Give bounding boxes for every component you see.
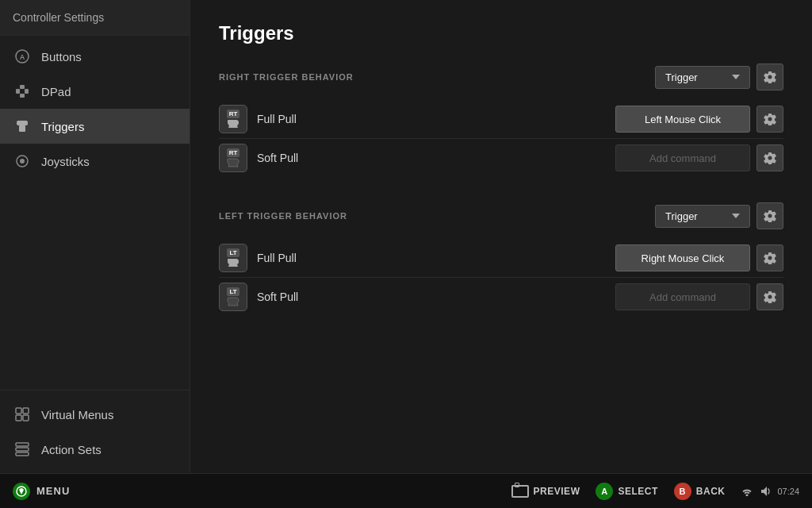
svg-rect-12 xyxy=(16,415,21,421)
rt-full-pull-badge: RT xyxy=(219,105,247,133)
lt-full-pull-row: LT Full Pull Right Mouse Click xyxy=(219,239,783,278)
rt-soft-pull-command-label: Add command xyxy=(649,152,716,164)
lt-soft-pull-row: LT Soft Pull Add command xyxy=(219,278,783,316)
sidebar: Controller Settings A Buttons xyxy=(0,0,190,473)
xbox-icon xyxy=(13,483,30,500)
right-trigger-dropdown-value: Trigger xyxy=(665,71,698,83)
preview-label: PREVIEW xyxy=(534,486,580,497)
lt-soft-pull-badge: LT xyxy=(219,283,247,311)
virtual-menus-label: Virtual Menus xyxy=(41,408,113,421)
svg-text:A: A xyxy=(20,53,25,61)
left-trigger-dropdown-value: Trigger xyxy=(665,210,698,222)
sidebar-item-joysticks[interactable]: Joysticks xyxy=(0,144,190,179)
lt-full-pull-right: Right Mouse Click xyxy=(615,244,783,271)
preview-action[interactable]: PREVIEW xyxy=(511,485,580,498)
left-trigger-section: LEFT TRIGGER BEHAVIOR Trigger xyxy=(219,202,783,316)
menu-label: MENU xyxy=(36,485,70,497)
lt-full-pull-command[interactable]: Right Mouse Click xyxy=(615,244,750,271)
lt-full-pull-name: Full Pull xyxy=(257,252,297,264)
rt-full-pull-row: RT Full Pull Left Mouse Click xyxy=(219,100,783,139)
right-trigger-section: RIGHT TRIGGER BEHAVIOR Trigger xyxy=(219,64,783,177)
dpad-label: DPad xyxy=(41,85,71,98)
svg-point-9 xyxy=(20,159,25,164)
left-trigger-section-gear[interactable] xyxy=(756,202,783,229)
back-button-icon: B xyxy=(680,487,686,496)
rt-full-pull-name: Full Pull xyxy=(257,113,297,125)
lt-soft-pull-command[interactable]: Add command xyxy=(615,283,750,310)
lt-full-pull-gear[interactable] xyxy=(756,244,783,271)
lt-soft-pull-right: Add command xyxy=(615,283,783,310)
rt-full-pull-right: Left Mouse Click xyxy=(615,106,783,133)
triggers-label: Triggers xyxy=(41,120,84,133)
sidebar-item-action-sets[interactable]: Action Sets xyxy=(0,432,190,467)
lt-soft-pull-gear[interactable] xyxy=(756,283,783,310)
sidebar-bottom: Virtual Menus Action Sets xyxy=(0,390,190,473)
svg-rect-14 xyxy=(16,443,29,446)
right-trigger-header: RIGHT TRIGGER BEHAVIOR Trigger xyxy=(219,64,783,90)
time-display: 07:24 xyxy=(777,487,799,496)
svg-rect-13 xyxy=(23,415,29,421)
svg-rect-4 xyxy=(16,89,20,94)
virtual-menus-icon xyxy=(13,405,32,424)
bottom-left: MENU xyxy=(13,483,70,500)
right-trigger-dropdown[interactable]: Trigger xyxy=(655,66,750,89)
volume-icon xyxy=(760,487,771,496)
back-action[interactable]: B BACK xyxy=(674,483,726,500)
right-trigger-label: RIGHT TRIGGER BEHAVIOR xyxy=(219,72,354,82)
action-sets-icon xyxy=(13,440,32,459)
right-trigger-section-gear[interactable] xyxy=(756,64,783,90)
lt-soft-pull-command-label: Add command xyxy=(649,291,716,303)
svg-rect-5 xyxy=(25,89,29,94)
triggers-icon xyxy=(13,117,32,136)
svg-rect-11 xyxy=(23,408,29,414)
lt-soft-badge-label: LT xyxy=(227,287,239,296)
select-action[interactable]: A SELECT xyxy=(596,483,657,500)
svg-rect-7 xyxy=(19,125,25,132)
rt-soft-pull-left: RT Soft Pull xyxy=(219,144,298,172)
action-sets-label: Action Sets xyxy=(41,443,102,456)
bottom-bar: MENU PREVIEW A SELECT B BACK xyxy=(0,473,812,508)
sidebar-item-buttons[interactable]: A Buttons xyxy=(0,39,190,74)
back-button-circle: B xyxy=(674,483,691,500)
sidebar-title: Controller Settings xyxy=(0,0,190,36)
left-trigger-dropdown-chevron xyxy=(732,214,740,218)
select-button-circle: A xyxy=(596,483,613,500)
bottom-right: PREVIEW A SELECT B BACK 07:24 xyxy=(511,483,799,500)
main-content: Triggers RIGHT TRIGGER BEHAVIOR Trigger xyxy=(190,0,812,473)
rt-badge-label: RT xyxy=(227,110,240,118)
rt-full-pull-command[interactable]: Left Mouse Click xyxy=(615,106,750,133)
left-trigger-dropdown[interactable]: Trigger xyxy=(655,205,750,228)
right-trigger-dropdown-chevron xyxy=(732,75,740,79)
left-trigger-label: LEFT TRIGGER BEHAVIOR xyxy=(219,211,347,221)
sidebar-item-triggers[interactable]: Triggers xyxy=(0,109,190,144)
app-container: Controller Settings A Buttons xyxy=(0,0,812,473)
back-label: BACK xyxy=(696,486,726,497)
lt-full-pull-command-label: Right Mouse Click xyxy=(642,252,725,264)
svg-rect-2 xyxy=(20,85,25,89)
preview-icon-top xyxy=(515,483,519,487)
lt-full-pull-badge: LT xyxy=(219,244,247,272)
joysticks-label: Joysticks xyxy=(41,155,90,168)
right-trigger-controls: Trigger xyxy=(655,64,783,90)
left-trigger-controls: Trigger xyxy=(655,202,783,229)
lt-soft-pull-name: Soft Pull xyxy=(257,291,298,303)
buttons-label: Buttons xyxy=(41,50,82,64)
preview-icon xyxy=(511,485,529,498)
svg-rect-15 xyxy=(16,448,29,451)
wifi-icon xyxy=(741,487,753,496)
rt-soft-pull-command[interactable]: Add command xyxy=(615,144,750,171)
sidebar-item-dpad[interactable]: DPad xyxy=(0,74,190,109)
rt-soft-pull-badge: RT xyxy=(219,144,247,172)
rt-full-pull-gear[interactable] xyxy=(756,106,783,133)
buttons-icon: A xyxy=(13,47,32,66)
rt-full-pull-left: RT Full Pull xyxy=(219,105,297,133)
svg-rect-16 xyxy=(16,452,29,456)
rt-soft-pull-gear[interactable] xyxy=(756,144,783,171)
lt-soft-pull-left: LT Soft Pull xyxy=(219,283,298,311)
sidebar-nav: A Buttons DPad xyxy=(0,36,190,390)
rt-soft-pull-row: RT Soft Pull Add command xyxy=(219,139,783,177)
sidebar-item-virtual-menus[interactable]: Virtual Menus xyxy=(0,397,190,432)
svg-rect-6 xyxy=(17,121,28,125)
system-tray: 07:24 xyxy=(741,487,799,496)
left-trigger-header: LEFT TRIGGER BEHAVIOR Trigger xyxy=(219,202,783,229)
